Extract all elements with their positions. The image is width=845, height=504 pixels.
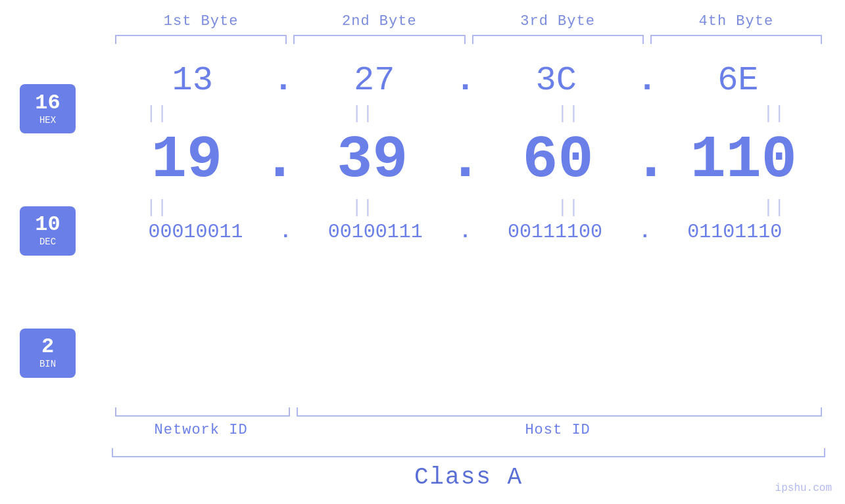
class-label: Class A bbox=[112, 464, 825, 491]
equals-row-2: || || || || bbox=[105, 194, 825, 221]
hex-byte4: 6E bbox=[658, 61, 819, 100]
class-bracket bbox=[112, 448, 825, 457]
hex-badge-number: 16 bbox=[35, 93, 60, 114]
eq1-b2: || bbox=[311, 103, 414, 124]
equals-row-1: || || || || bbox=[105, 100, 825, 127]
eq2-b1: || bbox=[105, 197, 208, 218]
bracket-host bbox=[297, 407, 822, 417]
hex-byte3: 3C bbox=[475, 61, 637, 100]
byte-headers: 1st Byte 2nd Byte 3rd Byte 4th Byte bbox=[20, 13, 825, 30]
dec-byte2: 39 bbox=[297, 127, 447, 194]
dec-row: 19 . 39 . 60 . 110 bbox=[105, 127, 825, 194]
bin-byte2: 00100111 bbox=[291, 221, 459, 243]
byte1-header: 1st Byte bbox=[112, 13, 290, 30]
dec-byte1: 19 bbox=[112, 127, 262, 194]
main-container: 1st Byte 2nd Byte 3rd Byte 4th Byte 16 H… bbox=[0, 0, 845, 504]
hex-badge-label: HEX bbox=[39, 115, 56, 126]
footer: ipshu.com bbox=[775, 482, 832, 494]
network-id-label: Network ID bbox=[112, 422, 290, 438]
host-id-label: Host ID bbox=[290, 422, 825, 438]
dot-bin-1: . bbox=[279, 221, 291, 243]
dec-badge: 10 DEC bbox=[20, 206, 76, 256]
bin-badge-label: BIN bbox=[39, 359, 56, 369]
eq2-b4: || bbox=[723, 197, 825, 218]
dot-bin-3: . bbox=[639, 221, 651, 243]
hex-badge: 16 HEX bbox=[20, 84, 76, 133]
bytes-area: 13 . 27 . 3C . 6E || || || || 19 bbox=[105, 61, 825, 401]
bin-row: 00010011 . 00100111 . 00111100 . 0110111… bbox=[105, 221, 825, 243]
dec-badge-label: DEC bbox=[39, 237, 56, 247]
hex-row: 13 . 27 . 3C . 6E bbox=[105, 61, 825, 100]
dot-bin-2: . bbox=[459, 221, 471, 243]
dot-dec-1: . bbox=[262, 127, 297, 194]
byte3-header: 3rd Byte bbox=[469, 13, 647, 30]
badges-column: 16 HEX 10 DEC 2 BIN bbox=[20, 61, 105, 401]
dot-dec-2: . bbox=[447, 127, 483, 194]
bracket-top-3 bbox=[472, 35, 644, 48]
dot-hex-3: . bbox=[637, 61, 657, 100]
bottom-brackets: Network ID Host ID bbox=[20, 407, 825, 438]
bin-byte4: 01101110 bbox=[651, 221, 819, 243]
bin-badge: 2 BIN bbox=[20, 329, 76, 378]
eq1-b3: || bbox=[517, 103, 619, 124]
bracket-network bbox=[115, 407, 290, 417]
dec-badge-number: 10 bbox=[35, 214, 60, 235]
eq2-b2: || bbox=[311, 197, 414, 218]
bracket-top-2 bbox=[293, 35, 465, 48]
byte2-header: 2nd Byte bbox=[290, 13, 468, 30]
eq2-b3: || bbox=[517, 197, 619, 218]
bin-byte3: 00111100 bbox=[471, 221, 639, 243]
class-section: Class A bbox=[20, 448, 825, 491]
hex-byte2: 27 bbox=[294, 61, 455, 100]
bin-badge-number: 2 bbox=[41, 336, 54, 357]
bracket-top-4 bbox=[650, 35, 822, 48]
dec-byte4: 110 bbox=[669, 127, 819, 194]
eq1-b1: || bbox=[105, 103, 208, 124]
dot-dec-3: . bbox=[633, 127, 669, 194]
byte4-header: 4th Byte bbox=[647, 13, 825, 30]
bin-byte1: 00010011 bbox=[112, 221, 279, 243]
dot-hex-2: . bbox=[455, 61, 475, 100]
hex-byte1: 13 bbox=[112, 61, 273, 100]
id-labels-row: Network ID Host ID bbox=[112, 422, 825, 438]
content-row: 16 HEX 10 DEC 2 BIN 13 . 27 . 3C . 6E bbox=[20, 61, 825, 401]
eq1-b4: || bbox=[723, 103, 825, 124]
bracket-top-1 bbox=[115, 35, 287, 48]
bracket-bottom-row bbox=[112, 407, 825, 417]
top-brackets bbox=[20, 35, 825, 48]
dot-hex-1: . bbox=[273, 61, 293, 100]
dec-byte3: 60 bbox=[483, 127, 633, 194]
